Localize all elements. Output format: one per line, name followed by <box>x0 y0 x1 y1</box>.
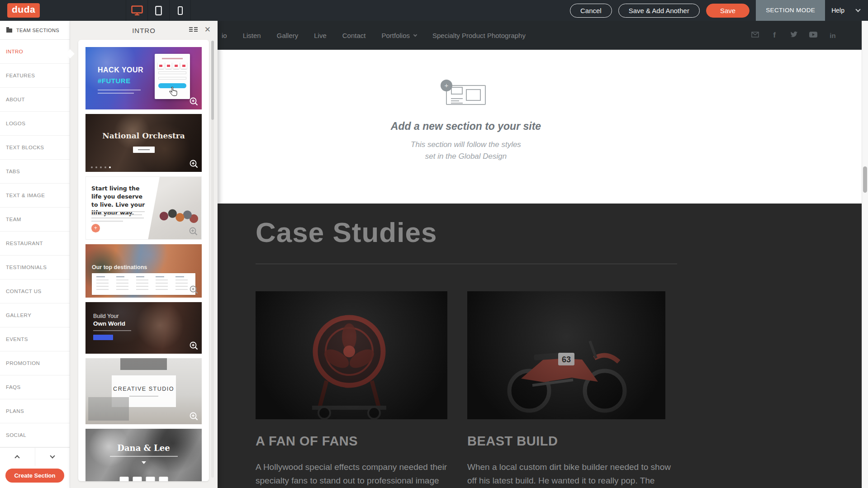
close-icon[interactable]: ✕ <box>204 25 211 34</box>
sidebar-item-social[interactable]: SOCIAL <box>0 423 70 447</box>
template-thumb-hack-your-future[interactable]: HACK YOUR #FUTURE <box>85 47 202 109</box>
sidebar-item-contact-us[interactable]: CONTACT US <box>0 280 70 303</box>
thumb-heading: National Orchestra <box>85 131 202 140</box>
sidebar-item-testimonials[interactable]: TESTIMONIALS <box>0 256 70 280</box>
help-menu[interactable]: Help <box>825 0 868 21</box>
thumb-center-card: CREATIVE STUDIO <box>112 375 176 407</box>
panel-scrollbar[interactable] <box>211 41 214 478</box>
sidebar-item-team[interactable]: TEAM <box>0 208 70 232</box>
desktop-preview-button[interactable] <box>126 0 147 21</box>
zoom-in-icon[interactable] <box>189 412 199 421</box>
add-section-placeholder[interactable]: + <box>446 85 486 105</box>
scroll-up-button[interactable] <box>0 448 35 466</box>
thumb-heading: Dana & Lee <box>85 443 202 453</box>
site-nav-item[interactable]: Live <box>314 32 327 39</box>
mobile-preview-button[interactable] <box>169 0 191 21</box>
sidebar-item-about[interactable]: ABOUT <box>0 88 70 112</box>
sidebar-item-faqs[interactable]: FAQS <box>0 375 70 399</box>
mobile-icon <box>178 6 183 15</box>
create-section-button[interactable]: Create Section <box>5 469 64 483</box>
fan-photo <box>256 291 447 419</box>
add-section-subtitle: This section will follow the styles set … <box>411 139 521 162</box>
template-thumb-creative-studio[interactable]: CREATIVE STUDIO <box>85 358 202 424</box>
scroll-down-button[interactable] <box>35 448 70 466</box>
template-thumb-national-orchestra[interactable]: National Orchestra <box>85 114 202 172</box>
thumb-button <box>133 147 155 153</box>
site-nav-item[interactable]: Contact <box>342 32 366 39</box>
thumb-heading: HACK YOUR <box>98 66 143 74</box>
case-studies-heading: Case Studies <box>256 216 862 248</box>
dirt-bike-photo: 63 <box>467 291 665 419</box>
template-thumb-build-your-own-world[interactable]: Build Your Own World <box>85 302 202 354</box>
template-thumb-dana-and-lee[interactable]: Dana & Lee <box>85 429 202 481</box>
plus-icon: + <box>441 80 452 91</box>
thumb-heading: Build Your <box>93 313 119 319</box>
youtube-icon[interactable] <box>809 31 817 39</box>
case-study-card-fan: A FAN OF FANS A Hollywood special effect… <box>256 291 447 488</box>
page-scrollbar-thumb[interactable] <box>863 166 867 193</box>
folder-icon <box>6 28 12 33</box>
section-placeholder-icon <box>446 85 486 105</box>
site-nav-item-portfolios[interactable]: Portfolios <box>381 32 417 39</box>
sections-sidebar: TEAM SECTIONS INTRO FEATURES ABOUT LOGOS… <box>0 21 70 488</box>
help-label: Help <box>831 7 844 14</box>
site-nav-item[interactable]: Specialty Product Photography <box>432 32 526 39</box>
zoom-in-icon[interactable] <box>189 227 198 236</box>
sidebar-item-text-image[interactable]: TEXT & IMAGE <box>0 184 70 208</box>
twitter-icon[interactable] <box>790 31 798 39</box>
duda-logo[interactable]: duda <box>7 3 40 18</box>
sidebar-item-logos[interactable]: LOGOS <box>0 112 70 136</box>
linkedin-icon[interactable]: in <box>829 32 837 39</box>
cancel-button[interactable]: Cancel <box>570 4 612 18</box>
save-add-another-button[interactable]: Save & Add Another <box>618 4 700 18</box>
templates-list: HACK YOUR #FUTURE National Orchestra <box>78 40 209 481</box>
divider <box>256 264 677 264</box>
template-thumb-top-destinations[interactable]: Our top destinations <box>85 244 202 298</box>
sidebar-item-intro[interactable]: INTRO <box>0 40 70 64</box>
case-study-title: BEAST BUILD <box>467 434 665 449</box>
page-scrollbar[interactable] <box>862 21 868 488</box>
sidebar-item-restaurant[interactable]: RESTAURANT <box>0 232 70 256</box>
site-social-links: f in <box>751 31 837 40</box>
zoom-in-icon[interactable] <box>189 97 199 106</box>
sidebar-item-tabs[interactable]: TABS <box>0 160 70 184</box>
bike-number-plate: 63 <box>562 355 571 364</box>
dirt-bike-illustration: 63 <box>489 313 643 419</box>
case-study-title: A FAN OF FANS <box>256 434 447 449</box>
tablet-preview-button[interactable] <box>147 0 169 21</box>
hand-cursor-icon <box>168 87 178 98</box>
template-thumb-start-living[interactable]: Start living the life you deserve to liv… <box>85 176 202 240</box>
layout-toggle-icon[interactable] <box>189 27 198 32</box>
thumb-heading: CREATIVE STUDIO <box>113 386 174 392</box>
zoom-in-icon[interactable] <box>189 285 199 294</box>
sidebar-scroll-controls <box>0 447 70 466</box>
sidebar-item-events[interactable]: EVENTS <box>0 327 70 351</box>
red-fan-illustration <box>281 306 422 419</box>
zoom-in-icon[interactable] <box>189 159 199 169</box>
zoom-in-icon[interactable] <box>189 341 199 351</box>
site-nav-item[interactable]: Gallery <box>277 32 299 39</box>
sidebar-item-promotion[interactable]: PROMOTION <box>0 351 70 375</box>
sidebar-item-gallery[interactable]: GALLERY <box>0 303 70 327</box>
sidebar-item-features[interactable]: FEATURES <box>0 64 70 88</box>
section-mode-badge: SECTION MODE <box>756 0 825 21</box>
thumb-heading: Own World <box>93 320 125 327</box>
site-nav-items: io Listen Gallery Live Contact Portfolio… <box>222 32 526 39</box>
mail-icon[interactable] <box>751 31 759 39</box>
thumb-button <box>93 335 113 340</box>
chevron-up-icon <box>15 455 20 460</box>
top-bar: duda Cancel Save & Add Another Save SECT… <box>0 0 868 21</box>
site-nav-item[interactable]: Listen <box>243 32 261 39</box>
chevron-down-icon <box>142 461 146 464</box>
site-nav-item-label: Portfolios <box>381 32 410 39</box>
sidebar-item-plans[interactable]: PLANS <box>0 399 70 423</box>
destinations-table <box>92 273 195 295</box>
sidebar-item-text-blocks[interactable]: TEXT BLOCKS <box>0 136 70 160</box>
facebook-icon[interactable]: f <box>770 31 778 40</box>
thumb-heading: Start living the life you deserve to liv… <box>91 185 149 218</box>
site-nav-item[interactable]: io <box>222 32 227 39</box>
save-button[interactable]: Save <box>706 4 749 18</box>
device-preview-switcher <box>126 0 191 21</box>
add-section-subtitle-line2: set in the Global Design <box>411 151 521 162</box>
add-section-title: Add a new section to your site <box>391 120 541 133</box>
